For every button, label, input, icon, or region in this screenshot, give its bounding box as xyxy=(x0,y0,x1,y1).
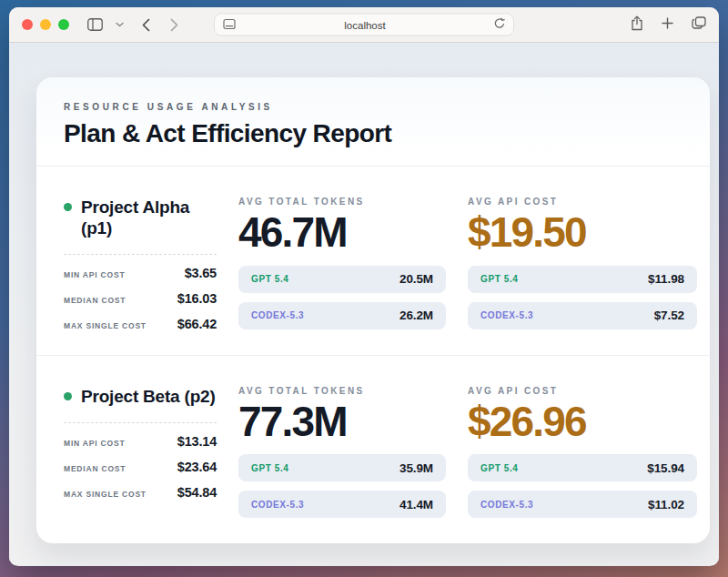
page-settings-icon[interactable] xyxy=(223,16,236,33)
toolbar-nav-group xyxy=(87,18,178,32)
project-name-text: Project Beta xyxy=(81,387,179,406)
share-icon[interactable] xyxy=(631,15,643,35)
model-name: GPT 5.4 xyxy=(251,274,288,284)
traffic-lights xyxy=(22,19,69,30)
desktop-background: localhost RESOURCE xyxy=(0,0,728,577)
back-icon[interactable] xyxy=(142,18,150,32)
model-name: CODEX-5.3 xyxy=(251,310,304,320)
stat-label: MIN API COST xyxy=(64,439,125,448)
stat-row: MIN API COST $3.65 xyxy=(64,266,217,291)
report-card: RESOURCE USAGE ANALYSIS Plan & Act Effic… xyxy=(36,77,710,543)
cost-column: AVG API COST $26.96 GPT 5.4 $15.94 CODEX… xyxy=(468,386,697,544)
project-id-text: (p1) xyxy=(81,218,112,238)
tokens-metric-value: 46.7M xyxy=(238,209,446,256)
forward-icon[interactable] xyxy=(170,18,178,32)
tokens-column: AVG TOTAL TOKENS 77.3M GPT 5.4 35.9M COD… xyxy=(238,386,446,544)
minimize-button[interactable] xyxy=(40,19,51,30)
tokens-column: AVG TOTAL TOKENS 46.7M GPT 5.4 20.5M COD… xyxy=(238,197,446,355)
cost-metric-value: $19.50 xyxy=(468,209,697,256)
model-name: CODEX-5.3 xyxy=(480,310,533,320)
dashed-divider xyxy=(64,422,217,423)
project-heading: Project Beta (p2) xyxy=(64,386,217,407)
stat-label: MEDIAN COST xyxy=(64,296,126,305)
page-title: Plan & Act Efficiency Report xyxy=(64,119,682,148)
model-value: $7.52 xyxy=(654,309,684,322)
project-name: Project Beta (p2) xyxy=(81,386,216,407)
stat-value: $16.03 xyxy=(177,291,217,306)
tab-overview-icon[interactable] xyxy=(692,16,706,33)
status-dot xyxy=(64,392,72,400)
close-button[interactable] xyxy=(22,19,33,30)
report-header: RESOURCE USAGE ANALYSIS Plan & Act Effic… xyxy=(36,77,710,167)
tokens-metric-label: AVG TOTAL TOKENS xyxy=(238,197,446,207)
model-cost-row: GPT 5.4 $15.94 xyxy=(468,454,697,481)
dashed-divider xyxy=(64,254,217,255)
model-value: 26.2M xyxy=(399,309,433,322)
model-name: CODEX-5.3 xyxy=(480,500,533,510)
stat-label: MAX SINGLE COST xyxy=(64,490,147,499)
stat-value: $23.64 xyxy=(177,460,217,474)
model-value: $15.94 xyxy=(647,461,684,475)
cost-metric-label: AVG API COST xyxy=(468,197,697,207)
model-cost-row: CODEX-5.3 $11.02 xyxy=(468,491,697,518)
browser-window: localhost RESOURCE xyxy=(9,7,719,566)
stat-row: MEDIAN COST $16.03 xyxy=(64,291,217,317)
project-heading: Project Alpha (p1) xyxy=(64,197,217,238)
model-value: 41.4M xyxy=(399,498,433,511)
address-url[interactable]: localhost xyxy=(236,19,494,30)
stat-row: MAX SINGLE COST $54.84 xyxy=(64,485,217,511)
stat-row: MIN API COST $13.14 xyxy=(64,434,217,460)
stat-label: MAX SINGLE COST xyxy=(64,321,147,330)
browser-toolbar: localhost xyxy=(9,7,719,43)
project-row-alpha: Project Alpha (p1) MIN API COST $3.65 ME… xyxy=(36,167,710,355)
project-name: Project Alpha (p1) xyxy=(81,197,217,238)
zoom-button[interactable] xyxy=(58,19,69,30)
project-info-column: Project Beta (p2) MIN API COST $13.14 ME… xyxy=(64,386,217,544)
cost-column: AVG API COST $19.50 GPT 5.4 $11.98 CODEX… xyxy=(468,197,697,355)
report-eyebrow: RESOURCE USAGE ANALYSIS xyxy=(64,102,682,112)
stat-value: $66.42 xyxy=(177,317,217,331)
model-token-row: GPT 5.4 20.5M xyxy=(238,266,446,293)
tokens-metric-label: AVG TOTAL TOKENS xyxy=(238,386,446,396)
model-value: $11.02 xyxy=(648,498,684,511)
model-name: GPT 5.4 xyxy=(480,463,518,473)
chevron-down-icon[interactable] xyxy=(116,22,124,27)
project-row-beta: Project Beta (p2) MIN API COST $13.14 ME… xyxy=(36,355,710,544)
stat-value: $54.84 xyxy=(177,485,217,500)
model-cost-row: CODEX-5.3 $7.52 xyxy=(468,302,697,329)
model-name: GPT 5.4 xyxy=(251,463,288,473)
model-token-row: GPT 5.4 35.9M xyxy=(238,454,446,481)
model-value: 20.5M xyxy=(399,272,433,286)
new-tab-icon[interactable] xyxy=(662,16,673,33)
cost-metric-label: AVG API COST xyxy=(468,386,697,396)
stat-value: $13.14 xyxy=(177,434,217,449)
model-token-row: CODEX-5.3 26.2M xyxy=(238,302,446,329)
reload-icon[interactable] xyxy=(494,16,505,33)
tokens-metric-value: 77.3M xyxy=(238,399,446,445)
model-value: $11.98 xyxy=(648,272,684,286)
address-bar[interactable]: localhost xyxy=(214,14,514,36)
web-page: RESOURCE USAGE ANALYSIS Plan & Act Effic… xyxy=(9,43,719,565)
stat-value: $3.65 xyxy=(185,266,217,280)
model-value: 35.9M xyxy=(399,461,433,475)
model-name: GPT 5.4 xyxy=(480,274,518,284)
model-name: CODEX-5.3 xyxy=(251,500,304,510)
project-name-text: Project Alpha xyxy=(81,197,189,217)
cost-metric-value: $26.96 xyxy=(468,399,697,445)
project-info-column: Project Alpha (p1) MIN API COST $3.65 ME… xyxy=(64,197,217,355)
status-dot xyxy=(64,203,72,211)
model-cost-row: GPT 5.4 $11.98 xyxy=(468,266,697,293)
stat-row: MEDIAN COST $23.64 xyxy=(64,460,217,485)
toolbar-right-group xyxy=(631,15,706,35)
stat-label: MEDIAN COST xyxy=(64,464,126,473)
model-token-row: CODEX-5.3 41.4M xyxy=(238,491,446,518)
stat-label: MIN API COST xyxy=(64,270,125,279)
sidebar-toggle-icon[interactable] xyxy=(87,18,103,31)
project-id-text: (p2) xyxy=(185,387,216,406)
stat-row: MAX SINGLE COST $66.42 xyxy=(64,317,217,342)
